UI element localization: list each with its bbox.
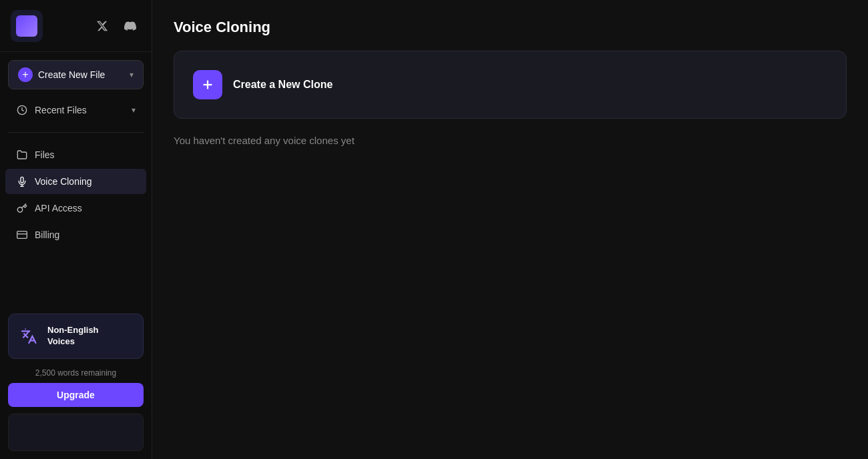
svg-rect-3	[17, 232, 27, 239]
twitter-x-icon[interactable]	[91, 15, 113, 37]
recent-files-label: Recent Files	[35, 105, 87, 115]
upgrade-button[interactable]: Upgrade	[8, 383, 144, 407]
key-icon	[16, 202, 28, 214]
non-english-text: Non-English Voices	[47, 325, 99, 348]
words-remaining: 2,500 words remaining	[8, 368, 144, 378]
plus-circle-icon: +	[18, 67, 33, 82]
create-plus-icon	[193, 70, 222, 99]
sidebar: + Create New File ▾ Recent Files ▾	[0, 0, 152, 459]
voices-label: Voices	[47, 336, 99, 348]
files-label: Files	[35, 149, 55, 160]
sidebar-bottom: Non-English Voices 2,500 words remaining…	[0, 306, 152, 459]
sidebar-item-files[interactable]: Files	[5, 142, 146, 167]
card-icon	[16, 229, 28, 241]
voice-cloning-label: Voice Cloning	[35, 176, 92, 187]
logo-inner	[16, 15, 37, 37]
sidebar-item-billing[interactable]: Billing	[5, 222, 146, 248]
recent-files-chevron: ▾	[132, 105, 136, 115]
chevron-down-icon: ▾	[130, 70, 134, 79]
api-access-label: API Access	[35, 203, 82, 213]
create-clone-label: Create a New Clone	[233, 79, 333, 91]
clock-icon	[16, 104, 28, 116]
sidebar-item-voice-cloning[interactable]: Voice Cloning	[5, 169, 146, 194]
billing-label: Billing	[35, 230, 59, 240]
non-english-voices-banner[interactable]: Non-English Voices	[8, 314, 144, 359]
nav-main-section: Files Voice Cloning API Access	[0, 137, 152, 253]
page-title: Voice Cloning	[174, 19, 847, 36]
sidebar-item-recent-files[interactable]: Recent Files ▾	[5, 97, 146, 123]
create-new-file-label: Create New File	[38, 69, 105, 80]
social-icons	[91, 15, 141, 37]
translate-icon	[18, 326, 39, 347]
create-new-file-button[interactable]: + Create New File ▾	[8, 60, 144, 89]
empty-state-text: You haven't created any voice clones yet	[174, 135, 847, 146]
nav-divider	[8, 132, 144, 133]
nav-section: Recent Files ▾	[0, 92, 152, 128]
folder-icon	[16, 149, 28, 161]
sidebar-header	[0, 0, 152, 52]
sidebar-item-api-access[interactable]: API Access	[5, 195, 146, 221]
non-english-label: Non-English	[47, 325, 99, 336]
create-clone-card[interactable]: Create a New Clone	[174, 51, 847, 119]
logo	[11, 10, 43, 42]
discord-icon[interactable]	[120, 15, 141, 37]
wave-icon	[16, 175, 28, 187]
user-area	[8, 414, 144, 451]
main-content: Voice Cloning Create a New Clone You hav…	[152, 0, 868, 459]
